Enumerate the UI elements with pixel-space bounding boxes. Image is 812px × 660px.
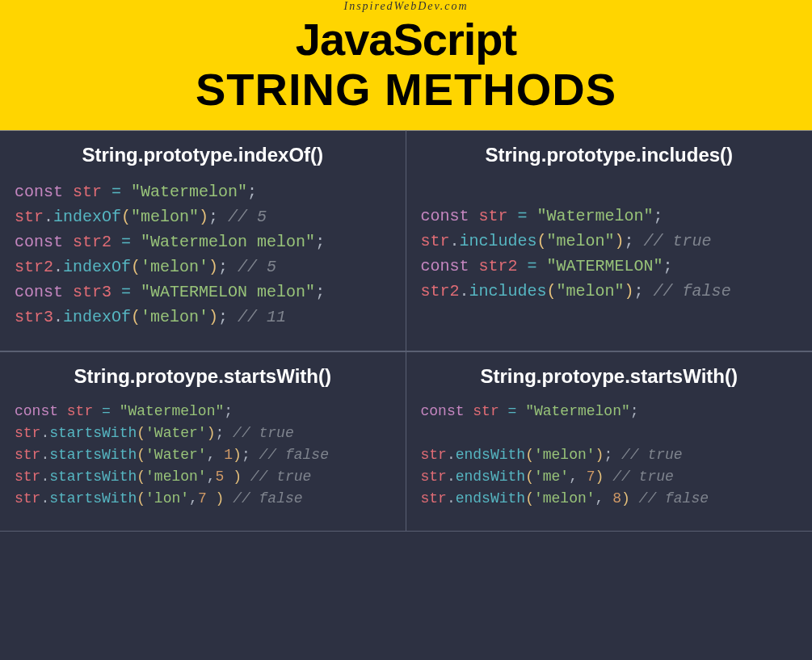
code-token-kw: const xyxy=(421,403,473,419)
code-token-punc xyxy=(518,257,528,275)
code-token-par: ( xyxy=(537,232,547,250)
code-token-punc: . xyxy=(53,308,63,326)
code-token-par: ( xyxy=(137,425,145,441)
code-token-str: 'Water' xyxy=(145,447,207,463)
code-token-punc: ; xyxy=(315,233,325,251)
code-token-punc: ; xyxy=(625,232,634,250)
code-token-op: = xyxy=(102,403,111,419)
code-token-punc: . xyxy=(460,282,469,301)
code-token-punc: . xyxy=(44,208,53,226)
code-token-varred: str xyxy=(421,490,447,507)
code-token-par: ( xyxy=(137,490,145,507)
code-token-fn: endsWith xyxy=(456,490,525,507)
code-token-str: "Watermelon" xyxy=(131,183,247,201)
code-block: const str = "Watermelon";str.startsWith(… xyxy=(15,401,391,510)
code-token-str: 'melon' xyxy=(141,308,208,326)
code-token-punc: ; xyxy=(218,258,228,276)
code-token-str: "melon" xyxy=(557,282,625,301)
code-token-cmt: // false xyxy=(224,490,302,507)
cell-title: String.prototype.indexOf() xyxy=(15,144,391,166)
code-token-par: ( xyxy=(137,469,145,485)
code-token-kw: const xyxy=(421,257,479,275)
cell-title: String.protoype.startsWith() xyxy=(15,365,391,388)
code-token-par: ) xyxy=(216,490,225,507)
code-token-fn: startsWith xyxy=(49,490,137,507)
code-token-punc xyxy=(508,207,518,225)
code-token-punc: . xyxy=(40,447,49,463)
code-token-par: ) xyxy=(621,490,630,507)
code-token-str: "WATERMELON melon" xyxy=(141,283,315,301)
code-token-varred: str3 xyxy=(73,283,111,301)
code-token-par: ) xyxy=(208,258,218,276)
code-token-kw: const xyxy=(15,403,67,419)
code-token-varred: str xyxy=(421,447,447,463)
code-token-str: 'melon' xyxy=(145,469,207,485)
code-token-punc xyxy=(111,233,121,251)
code-token-str: 'Water' xyxy=(145,425,207,441)
code-token-par: ( xyxy=(137,447,145,463)
code-token-varred: str xyxy=(73,183,102,201)
code-token-cmt: // 11 xyxy=(228,308,286,326)
code-token-par: ( xyxy=(525,490,534,507)
code-token-punc xyxy=(537,257,547,275)
code-block: const str = "Watermelon";str.indexOf("me… xyxy=(15,179,391,330)
page-title-line2: STRING METHODS xyxy=(0,64,812,116)
code-token-cmt: // false xyxy=(630,490,709,507)
code-block: const str = "Watermelon";str.endsWith('m… xyxy=(421,401,798,510)
code-token-varred: str3 xyxy=(15,308,53,326)
code-block: const str = "Watermelon";str.includes("m… xyxy=(421,179,798,304)
code-token-op: = xyxy=(121,283,131,301)
code-token-varred: str xyxy=(479,207,508,225)
code-token-punc: , xyxy=(569,469,587,485)
code-token-varred: str xyxy=(15,447,40,463)
code-token-punc: , xyxy=(595,490,613,507)
code-token-kw: const xyxy=(15,183,73,201)
code-token-fn: endsWith xyxy=(456,469,525,485)
code-token-punc: , xyxy=(207,447,225,463)
code-token-punc: . xyxy=(447,490,456,507)
code-token-fn: indexOf xyxy=(63,258,131,276)
code-token-punc: ; xyxy=(654,207,663,225)
code-token-fn: indexOf xyxy=(53,208,121,226)
page-title-line1: JavaScript xyxy=(0,16,812,64)
code-token-op: = xyxy=(111,183,121,201)
code-token-str: "Watermelon" xyxy=(537,207,654,225)
code-token-punc xyxy=(93,403,102,419)
code-token-punc: . xyxy=(40,490,49,507)
code-token-num: 7 xyxy=(198,490,207,507)
code-token-cmt: // 5 xyxy=(218,208,267,226)
code-token-par: ( xyxy=(525,447,534,463)
code-token-varred: str xyxy=(67,403,93,419)
code-token-varred: str xyxy=(15,425,40,441)
code-token-punc xyxy=(207,490,216,507)
code-token-cmt: // true xyxy=(224,425,293,441)
code-token-par: ( xyxy=(121,208,131,226)
code-token-par: ( xyxy=(525,469,534,485)
code-token-fn: includes xyxy=(460,232,537,250)
code-token-num: 7 xyxy=(587,469,595,485)
code-token-punc: ; xyxy=(663,257,673,275)
code-token-par: ) xyxy=(233,447,242,463)
code-token-punc xyxy=(121,183,131,201)
code-token-str: 'me' xyxy=(534,469,569,485)
code-token-punc: ; xyxy=(634,282,644,301)
code-token-cmt: // false xyxy=(250,447,329,463)
code-token-punc: . xyxy=(53,258,63,276)
code-token-str: "melon" xyxy=(131,208,199,226)
code-token-varred: str xyxy=(421,469,447,485)
code-token-varred: str xyxy=(15,490,40,507)
code-token-punc xyxy=(224,469,233,485)
code-token-punc: ; xyxy=(604,447,612,463)
code-token-punc xyxy=(131,283,141,301)
code-token-par: ) xyxy=(208,308,218,326)
code-token-fn: startsWith xyxy=(49,425,137,441)
code-token-fn: includes xyxy=(469,282,547,301)
code-token-varred: str xyxy=(473,403,499,419)
code-token-par: ) xyxy=(615,232,625,250)
code-token-kw: const xyxy=(15,283,73,301)
code-token-cmt: // true xyxy=(612,447,682,463)
code-token-punc: . xyxy=(447,469,456,485)
code-token-str: 'lon' xyxy=(145,490,189,507)
header: InspiredWebDev.com JavaScript STRING MET… xyxy=(0,0,812,130)
site-name: InspiredWebDev.com xyxy=(0,0,812,13)
